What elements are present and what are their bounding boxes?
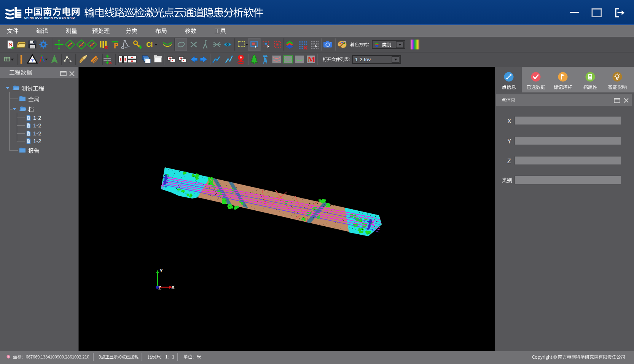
- svg-text:2: 2: [371, 219, 374, 226]
- svg-text:4: 4: [80, 43, 83, 47]
- svg-text:Z: Z: [158, 285, 161, 291]
- svg-text:1-2: 1-2: [33, 114, 41, 121]
- svg-text:X: X: [507, 118, 511, 124]
- svg-text:1-2.tov: 1-2.tov: [355, 57, 371, 62]
- svg-text:Y: Y: [507, 138, 511, 145]
- svg-text:CI: CI: [146, 41, 153, 48]
- svg-text:X: X: [171, 285, 175, 290]
- svg-text:M: M: [307, 55, 315, 64]
- svg-text:Z: Z: [507, 158, 511, 164]
- svg-text:Y: Y: [159, 268, 163, 273]
- svg-text:CHINA SOUTHERN POWER GRID: CHINA SOUTHERN POWER GRID: [24, 16, 75, 19]
- svg-text:1-2: 1-2: [33, 122, 41, 129]
- svg-text:1-2: 1-2: [33, 138, 41, 144]
- svg-text:1: 1: [167, 173, 169, 178]
- svg-text:?: ?: [31, 58, 33, 63]
- svg-text:0: 0: [91, 43, 93, 47]
- svg-text:2: 2: [69, 43, 71, 47]
- svg-text:1-2: 1-2: [33, 130, 41, 137]
